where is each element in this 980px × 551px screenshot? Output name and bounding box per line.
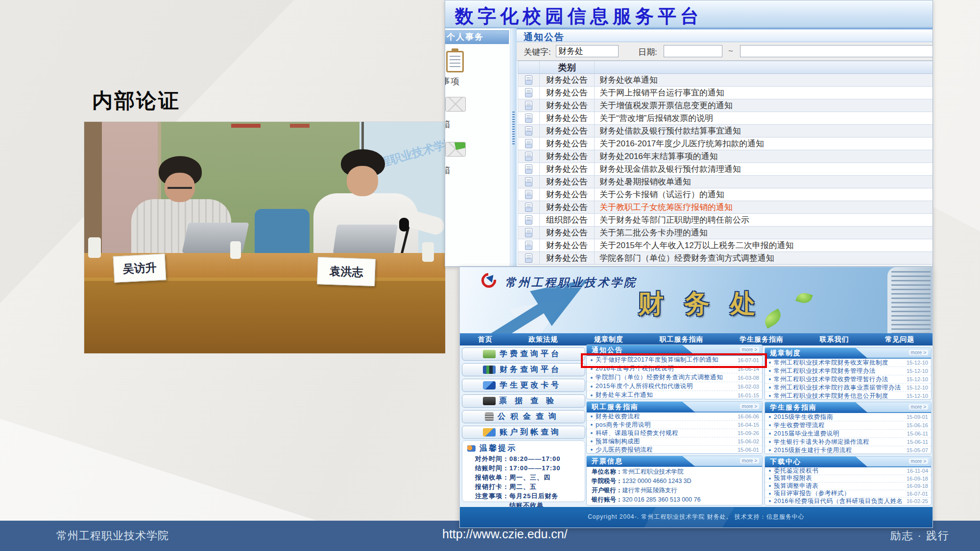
table-row[interactable]: 财务处公告关于网上报销平台运行事宜的通知 [518,87,933,99]
clipboard-icon[interactable] [446,51,464,72]
quick-button-receipt-check[interactable]: 票据查验 [462,394,585,408]
nav-item-policies[interactable]: 政策法规 [528,335,558,344]
bullet-icon [769,387,771,389]
list-item[interactable]: 少儿医药费报销流程15-06-01 [587,446,762,454]
list-item[interactable]: 常州工程职业技术学院行政事业票据管理办法15-12-10 [765,384,931,392]
nav-item-staff-guide[interactable]: 职工服务指南 [659,335,703,344]
photo-banner-fragment [231,124,261,128]
table-row[interactable]: 财务处公告财务处现金借款及银行预付款清理通知 [518,163,933,176]
list-item[interactable]: 2015级学生收费指南15-09-01 [765,413,931,421]
footer-school-name: 常州工程职业技术学院 [56,528,169,543]
table-row[interactable]: 财务处公告关于增值税发票开票信息变更的通知 [518,99,933,112]
quick-button-finance-query[interactable]: 财务查询平台 [462,363,585,376]
list-item[interactable]: 2016年经费项目代码（含科研项目负责人姓名）16-02-25 [765,498,931,505]
list-item[interactable]: 财务处年末工作通知16-01-15 [587,391,762,399]
name-card-right: 袁洪志 [317,257,376,286]
list-item[interactable]: 预算申报附表16-09-18 [765,475,931,483]
portal-sidebar: 个人事务 事项 箱 箱 [445,28,510,267]
document-icon [525,253,532,263]
nav-item-contact[interactable]: 联系我们 [820,335,849,344]
bullet-icon [591,386,593,388]
table-row[interactable]: 财务处公告关于2016-2017年度少儿医疗统筹扣款的通知 [518,138,933,150]
hint-title: 温馨提示 [479,443,517,454]
list-item[interactable]: 项目评审报告（参考样式）16-07-01 [765,490,931,498]
inbox-icon[interactable] [445,97,466,112]
sidebar-tab-personal-affairs[interactable]: 个人事务 [445,30,509,44]
keyword-input[interactable] [556,45,619,57]
document-icon [525,126,532,136]
list-item[interactable]: 关于做好学院2017年度预算编制工作的通知16-07-01 [587,356,762,365]
bullet-icon [769,370,771,372]
sidebar-item-label[interactable]: 箱 [445,164,451,176]
document-icon [525,164,532,174]
table-row[interactable]: 财务处公告财务处2016年末结算事项的通知 [518,150,933,163]
conference-photo: 常州工程职业技术学院 吴访升 袁洪志 [84,122,445,353]
more-link[interactable]: more > [740,458,759,463]
presentation-slide: 内部论证 常州工程职业技术学院 吴访升 袁洪志 数字化校园信息服务平台 [0,0,980,551]
bullet-icon [591,440,593,442]
list-item[interactable]: 常州工程职业技术学院收费管理暂行办法15-12-10 [765,375,931,384]
table-row[interactable]: 财务处公告关于2015年个人年收入12万以上税务二次申报的通知 [518,239,933,252]
more-link[interactable]: more > [909,404,928,410]
finance-ledger-icon [483,366,496,374]
bank-card-icon [483,381,496,390]
table-row[interactable]: 财务处公告关于公务卡报销（试运行）的通知 [518,188,933,201]
list-item[interactable]: 科研、课题项目经费支付规程15-09-26 [587,429,762,437]
table-row[interactable]: 组织部公告关于财务处等部门正职助理的聘任前公示 [518,214,933,227]
outbox-icon[interactable] [445,142,466,157]
website-screenshot: 常州工程职业技术学院 财务处 首页 政策法规 规章制度 职工服务指南 学生服务指… [459,267,933,528]
list-item[interactable]: 常州工程职业技术学院财务信息公开制度15-12-10 [765,392,931,400]
table-row[interactable]: 财务处公告学院各部门（单位）经费财务查询方式调整通知 [518,252,933,265]
sidebar-splitter[interactable] [510,28,517,267]
list-item[interactable]: 学院部门（单位）经费财务查询方式调整通知16-03-08 [587,373,762,382]
quick-button-account-arrival[interactable]: 账户到帐查询 [462,426,585,439]
bullet-icon [769,470,771,472]
more-link[interactable]: more > [909,459,928,464]
hint-line: 注意事项：每月25日后财务 [475,492,585,501]
list-item[interactable]: 学生收费管理流程15-06-16 [765,421,931,430]
more-link[interactable]: more > [740,404,759,409]
nav-item-student-guide[interactable]: 学生服务指南 [740,335,784,344]
bullet-icon [769,362,771,364]
table-row[interactable]: 财务处公告关于“营改增”后报销发票的说明 [518,112,933,125]
nav-item-faq[interactable]: 常见问题 [885,335,914,344]
hint-line: 对外时间：08:20——17:00 [475,455,585,463]
list-item[interactable]: 学生银行卡遗失补办绑定操作流程15-06-11 [765,438,931,446]
nav-item-regulations[interactable]: 规章制度 [594,335,623,344]
date-to-input[interactable] [740,45,933,57]
list-item[interactable]: 常州工程职业技术学院财务管理办法15-12-10 [765,367,931,375]
table-row-highlighted[interactable]: 财务处公告关于教职工子女统筹医疗报销的通知 [518,201,933,214]
sidebar-item-label[interactable]: 箱 [445,118,451,130]
list-item[interactable]: 2015届毕业生退费说明15-06-11 [765,430,931,438]
more-link[interactable]: more > [909,350,928,355]
list-item[interactable]: 财务处收费流程16-06-06 [587,413,762,421]
date-from-input[interactable] [664,45,722,57]
bullet-icon [591,432,593,434]
quick-button-card-change[interactable]: 学生更改卡号 [462,379,585,392]
quick-button-tuition-query[interactable]: 学费查询平台 [462,347,585,361]
table-row[interactable]: 财务处公告财务处借款及银行预付款结算事宜通知 [518,125,933,138]
list-item[interactable]: 常州工程职业技术学院财务收支审批制度15-12-10 [765,359,931,367]
sidebar-item-label[interactable]: 事项 [445,75,460,87]
list-item[interactable]: pos商务卡使用说明16-04-15 [587,421,762,429]
quick-button-housing-fund[interactable]: 公积金查询 [462,410,585,423]
desk-front [84,277,445,353]
list-item[interactable]: 预算编制构成图15-06-02 [587,437,762,446]
table-row[interactable]: 财务处公告财务处收单通知 [518,74,933,87]
bullet-icon [591,424,593,426]
account-folder-icon [483,428,496,436]
table-row[interactable]: 财务处公告财务处暑期报销收单通知 [518,176,933,188]
list-item[interactable]: 预算调整申请表16-09-18 [765,482,931,490]
invoice-line: 开户银行：建行常州延陵路支行 [592,486,762,495]
document-icon [525,177,532,186]
nav-item-home[interactable]: 首页 [478,335,493,344]
table-row[interactable]: 财务处公告关于第二批公务卡办理的通知 [518,227,933,239]
list-item[interactable]: 2016年度每月个税扣税说明16-06-14 [587,365,762,373]
list-item[interactable]: 2015年度个人所得税代扣代缴说明16-02-03 [587,382,762,391]
invoice-line: 单位名称：常州工程职业技术学院 [592,468,762,476]
list-item[interactable]: 委托鉴定授权书16-11-04 [765,467,931,475]
document-icon [525,241,532,250]
hint-box: 温馨提示 对外时间：08:20——17:00 结账时间：17:00——17:30… [462,440,585,502]
list-item[interactable]: 2015级新生建行卡使用流程15-05-07 [765,446,931,454]
more-link[interactable]: more > [740,347,759,352]
